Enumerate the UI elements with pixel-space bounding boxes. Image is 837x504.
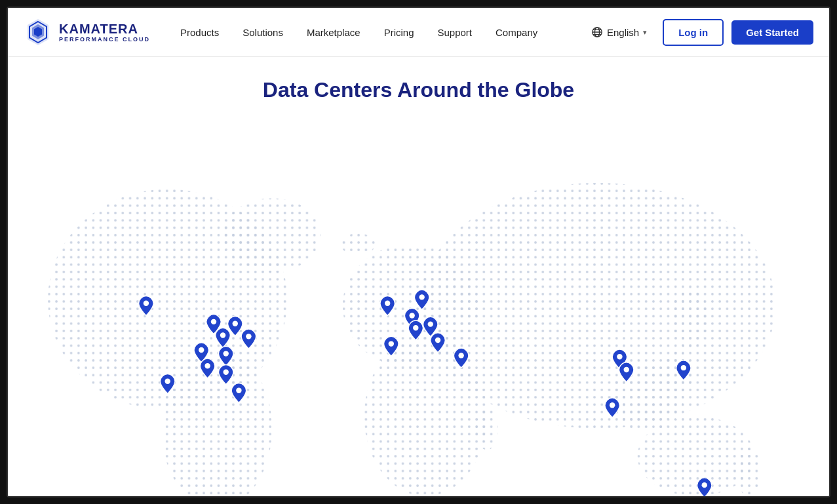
logo-area[interactable]: KAMATERA PERFORMANCE CLOUD xyxy=(24,18,150,47)
login-button[interactable]: Log in xyxy=(663,19,724,46)
language-chevron: ▾ xyxy=(643,28,647,37)
logo-text: KAMATERA PERFORMANCE CLOUD xyxy=(59,22,150,43)
svg-point-14 xyxy=(419,183,776,429)
browser-frame: KAMATERA PERFORMANCE CLOUD Products Solu… xyxy=(7,7,830,497)
nav-solutions[interactable]: Solutions xyxy=(233,22,292,43)
svg-point-20 xyxy=(476,407,498,450)
map-container xyxy=(8,115,829,496)
main-content: Data Centers Around the Globe xyxy=(8,57,829,496)
page-title: Data Centers Around the Globe xyxy=(263,78,574,102)
language-selector[interactable]: English ▾ xyxy=(583,21,655,43)
svg-point-16 xyxy=(223,199,321,272)
nav-links: Products Solutions Marketplace Pricing S… xyxy=(171,22,583,43)
logo-name: KAMATERA xyxy=(59,22,150,36)
svg-point-21 xyxy=(735,448,762,495)
language-label: English xyxy=(607,27,639,38)
world-map-svg xyxy=(8,115,829,496)
logo-subtitle: PERFORMANCE CLOUD xyxy=(59,36,150,43)
nav-marketplace[interactable]: Marketplace xyxy=(298,22,370,43)
nav-pricing[interactable]: Pricing xyxy=(375,22,423,43)
getstarted-button[interactable]: Get Started xyxy=(731,20,813,45)
nav-company[interactable]: Company xyxy=(486,22,547,43)
nav-support[interactable]: Support xyxy=(428,22,481,43)
nav-right: English ▾ Log in Get Started xyxy=(583,19,813,46)
logo-icon xyxy=(24,18,52,47)
navbar: KAMATERA PERFORMANCE CLOUD Products Solu… xyxy=(8,8,829,57)
svg-point-17 xyxy=(341,233,375,256)
svg-point-18 xyxy=(671,287,708,349)
nav-products[interactable]: Products xyxy=(171,22,228,43)
globe-icon xyxy=(591,26,603,38)
